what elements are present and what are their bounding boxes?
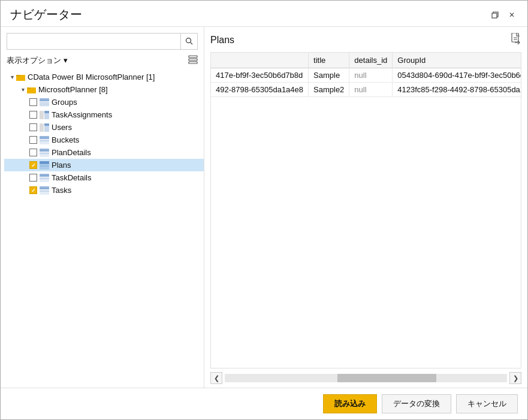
export-icon-button[interactable] <box>511 33 521 47</box>
search-input[interactable] <box>7 33 181 50</box>
checkbox-buckets[interactable] <box>29 136 37 144</box>
load-button[interactable]: 読み込み <box>323 394 377 413</box>
checkbox-plandetails[interactable] <box>29 149 37 156</box>
checkbox-tasks[interactable] <box>29 186 37 194</box>
options-icon[interactable] <box>188 55 198 66</box>
horizontal-scrollbar-row: ❮ ❯ <box>210 368 521 388</box>
cell-details-1: null <box>349 68 393 83</box>
ms-label: MicrosoftPlanner [8] <box>38 85 108 94</box>
checkbox-groups[interactable] <box>29 98 37 106</box>
groups-label: Groups <box>52 98 77 107</box>
buckets-label: Buckets <box>52 135 79 144</box>
svg-rect-13 <box>40 98 49 101</box>
scrollbar-thumb[interactable] <box>337 374 436 382</box>
tree-item-groups[interactable]: Groups <box>4 96 204 108</box>
options-row: 表示オプション ▾ <box>1 55 204 71</box>
transform-button[interactable]: データの変換 <box>382 394 451 413</box>
checkbox-users[interactable] <box>29 123 37 131</box>
cancel-button[interactable]: キャンセル <box>456 394 518 413</box>
table-header-row: title details_id GroupId <box>211 53 521 68</box>
root-folder-icon <box>16 73 26 81</box>
scrollbar-track[interactable] <box>225 374 507 382</box>
cell-group-2: 4123fc85-f298-4492-8798-65305da1a <box>393 83 521 97</box>
checkbox-taskassignments[interactable] <box>29 111 37 119</box>
taskassignments-label: TaskAssignments <box>52 110 112 119</box>
tree-item-taskassignments[interactable]: TaskAssignments <box>4 108 204 121</box>
preview-table-container: title details_id GroupId 417e-bf9f-3ec50… <box>210 52 521 368</box>
cell-title-1: Sample <box>309 68 349 83</box>
col-header-title: title <box>309 53 349 68</box>
preview-title: Plans <box>210 35 234 46</box>
users-icon <box>40 123 49 132</box>
tree-item-tasks[interactable]: Tasks <box>4 184 204 197</box>
svg-rect-19 <box>44 111 49 113</box>
svg-rect-11 <box>27 89 36 93</box>
left-panel: 表示オプション ▾ ▾ <box>1 27 204 388</box>
navigator-dialog: ナビゲーター ✕ 表示オプション ▾ <box>0 0 528 420</box>
display-options-label[interactable]: 表示オプション ▾ <box>7 55 68 66</box>
dialog-title: ナビゲーター <box>10 7 82 23</box>
table-row[interactable]: 492-8798-65305da1a4e8 Sample2 null 4123f… <box>211 83 521 97</box>
preview-header: Plans <box>210 33 521 47</box>
scroll-left-button[interactable]: ❮ <box>210 372 222 384</box>
right-panel: Plans <box>204 27 527 388</box>
plandetails-label: PlanDetails <box>52 148 91 157</box>
buckets-icon <box>40 136 49 144</box>
tree-item-buckets[interactable]: Buckets <box>4 134 204 146</box>
svg-rect-28 <box>40 149 49 151</box>
main-content: 表示オプション ▾ ▾ <box>1 26 527 388</box>
cell-id-2: 492-8798-65305da1a4e8 <box>211 83 309 97</box>
col-header-details: details_id <box>349 53 393 68</box>
tree-item-taskdetails[interactable]: TaskDetails <box>4 171 204 184</box>
svg-point-1 <box>186 38 191 43</box>
close-button[interactable]: ✕ <box>506 9 518 21</box>
col-header-id <box>211 53 309 68</box>
tree-item-users[interactable]: Users <box>4 121 204 134</box>
svg-rect-4 <box>189 59 197 61</box>
svg-rect-0 <box>492 13 497 18</box>
tree-item-plans[interactable]: Plans <box>4 159 204 171</box>
tree-microsoftplanner[interactable]: ▾ MicrosoftPlanner [8] <box>4 83 204 96</box>
svg-rect-3 <box>189 56 197 58</box>
tree-item-plandetails[interactable]: PlanDetails <box>4 146 204 159</box>
plandetails-icon <box>40 149 49 157</box>
restore-button[interactable] <box>489 9 501 21</box>
col-header-group: GroupId <box>393 53 521 68</box>
checkbox-plans[interactable] <box>29 161 37 169</box>
cell-details-2: null <box>349 83 393 97</box>
svg-rect-32 <box>40 161 49 164</box>
taskdetails-icon <box>40 174 49 182</box>
tree-root[interactable]: ▾ CData Power BI MicrosoftPlanner [1] <box>4 71 204 83</box>
svg-line-2 <box>190 43 192 45</box>
cell-title-2: Sample2 <box>309 83 349 97</box>
cell-id-1: 417e-bf9f-3ec50b6d7b8d <box>211 68 309 83</box>
tree: ▾ CData Power BI MicrosoftPlanner [1] ▾ <box>1 71 204 388</box>
root-caret: ▾ <box>8 73 16 81</box>
svg-rect-22 <box>44 123 49 126</box>
svg-rect-20 <box>40 123 44 132</box>
svg-rect-36 <box>40 174 49 176</box>
svg-rect-8 <box>16 76 25 81</box>
search-row <box>7 33 198 50</box>
checkbox-taskdetails[interactable] <box>29 174 37 182</box>
search-button[interactable] <box>181 33 198 50</box>
scroll-right-button[interactable]: ❯ <box>509 372 521 384</box>
users-label: Users <box>52 123 72 132</box>
tasks-label: Tasks <box>52 186 71 195</box>
root-label: CData Power BI MicrosoftPlanner [1] <box>28 72 155 81</box>
svg-rect-17 <box>40 111 44 119</box>
preview-table: title details_id GroupId 417e-bf9f-3ec50… <box>211 53 521 97</box>
table-row[interactable]: 417e-bf9f-3ec50b6d7b8d Sample null 0543d… <box>211 68 521 83</box>
tasks-icon <box>40 186 49 195</box>
window-controls: ✕ <box>489 9 518 21</box>
cell-group-1: 0543d804-690d-417e-bf9f-3ec50b6d7 <box>393 68 521 83</box>
plans-label: Plans <box>52 161 71 170</box>
svg-rect-5 <box>189 62 197 64</box>
taskassignments-icon <box>40 111 49 119</box>
title-bar: ナビゲーター ✕ <box>1 1 527 26</box>
ms-caret: ▾ <box>19 86 27 94</box>
svg-rect-40 <box>40 186 49 189</box>
plans-icon <box>40 161 49 170</box>
ms-folder-icon <box>27 86 37 94</box>
groups-table-icon <box>40 98 49 107</box>
